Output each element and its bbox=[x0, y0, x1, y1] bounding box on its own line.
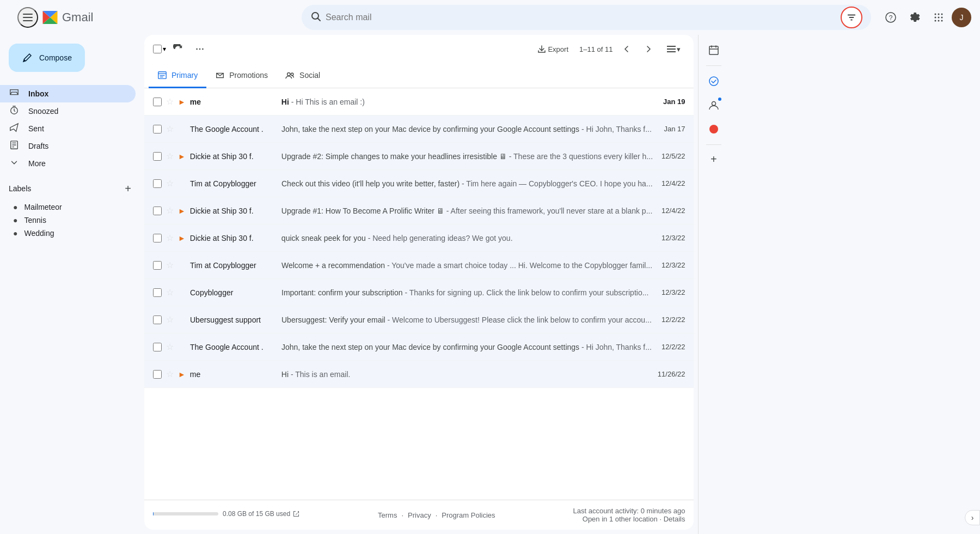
sidebar-item-inbox[interactable]: Inbox bbox=[0, 85, 136, 102]
details-link[interactable]: Details bbox=[664, 515, 685, 523]
social-tab-icon bbox=[285, 70, 295, 80]
email-checkbox[interactable] bbox=[153, 152, 162, 161]
email-row[interactable]: ☆ ► Dickie at Ship 30 f. Upgrade #2: Sim… bbox=[144, 143, 694, 170]
more-options-button[interactable] bbox=[190, 39, 210, 59]
star-button[interactable]: ☆ bbox=[166, 178, 174, 189]
email-checkbox[interactable] bbox=[153, 288, 162, 297]
compose-button[interactable]: Compose bbox=[9, 44, 85, 72]
contacts-panel-button[interactable] bbox=[703, 94, 725, 116]
view-chevron: ▾ bbox=[677, 45, 681, 53]
export-button[interactable]: Export bbox=[531, 42, 575, 57]
email-row[interactable]: ☆ ► Dickie at Ship 30 f. Upgrade #1: How… bbox=[144, 197, 694, 224]
storage-bar-fill bbox=[153, 512, 154, 515]
apps-button[interactable] bbox=[928, 7, 950, 28]
label-dot-tennis: ● bbox=[13, 216, 17, 224]
email-checkbox[interactable] bbox=[153, 370, 162, 379]
star-button[interactable]: ☆ bbox=[166, 369, 174, 379]
email-checkbox[interactable] bbox=[153, 315, 162, 324]
svg-rect-7 bbox=[849, 17, 854, 18]
labels-header: Labels + bbox=[9, 177, 136, 201]
select-all-wrapper: ▾ bbox=[153, 45, 166, 53]
email-row[interactable]: ☆ Tim at Copyblogger Check out this vide… bbox=[144, 170, 694, 197]
privacy-link[interactable]: Privacy bbox=[408, 511, 431, 519]
top-bar-left: Gmail bbox=[9, 0, 153, 35]
primary-tab-icon bbox=[157, 70, 167, 80]
tab-primary[interactable]: Primary bbox=[149, 64, 206, 88]
email-checkbox[interactable] bbox=[153, 125, 162, 134]
star-button[interactable]: ☆ bbox=[166, 342, 174, 352]
email-checkbox[interactable] bbox=[153, 179, 162, 188]
sidebar-item-snoozed[interactable]: Snoozed bbox=[0, 102, 136, 120]
email-row[interactable]: ☆ ► Dickie at Ship 30 f. quick sneak pee… bbox=[144, 224, 694, 252]
search-icon-button[interactable] bbox=[310, 11, 321, 25]
star-button[interactable]: ☆ bbox=[166, 151, 174, 161]
filter-button[interactable] bbox=[841, 7, 862, 28]
tab-social[interactable]: Social bbox=[277, 64, 329, 88]
email-checkbox[interactable] bbox=[153, 98, 162, 106]
star-button[interactable]: ☆ bbox=[166, 233, 174, 243]
refresh-button[interactable] bbox=[168, 39, 188, 59]
sidebar-item-sent[interactable]: Sent bbox=[0, 120, 136, 137]
add-label-button[interactable]: + bbox=[120, 181, 136, 196]
email-row[interactable]: ☆ ► me Hi - This is an email. 11/26/22 bbox=[144, 361, 694, 388]
settings-button[interactable] bbox=[904, 7, 926, 28]
sidebar-item-more[interactable]: More bbox=[0, 155, 136, 172]
svg-point-31 bbox=[287, 73, 290, 76]
sidebar-item-drafts[interactable]: Drafts bbox=[0, 137, 136, 155]
email-row[interactable]: ☆ The Google Account . John, take the ne… bbox=[144, 116, 694, 143]
email-subject: Upgrade #1: How To Become A Prolific Wri… bbox=[281, 207, 653, 215]
tab-promotions[interactable]: Promotions bbox=[206, 64, 277, 88]
right-panel-divider-2 bbox=[706, 144, 721, 145]
email-row[interactable]: ☆ Tim at Copyblogger Welcome + a recomme… bbox=[144, 252, 694, 279]
svg-point-18 bbox=[938, 20, 940, 22]
tab-social-label: Social bbox=[299, 71, 320, 80]
avatar[interactable]: J bbox=[952, 8, 971, 27]
label-tennis[interactable]: ● Tennis bbox=[9, 214, 136, 227]
red-app-panel-button[interactable] bbox=[703, 118, 725, 140]
svg-point-32 bbox=[291, 73, 293, 76]
email-row[interactable]: ☆ Ubersuggest support Ubersuggest: Verif… bbox=[144, 306, 694, 333]
email-sender: Ubersuggest support bbox=[190, 315, 277, 324]
expand-panel-button[interactable]: › bbox=[965, 510, 980, 525]
label-mailmeteor[interactable]: ● Mailmeteor bbox=[9, 201, 136, 214]
email-sender: Dickie at Ship 30 f. bbox=[190, 234, 277, 242]
label-dot-wedding: ● bbox=[13, 229, 17, 238]
program-policies-link[interactable]: Program Policies bbox=[442, 511, 495, 519]
email-checkbox[interactable] bbox=[153, 261, 162, 270]
star-button[interactable]: ☆ bbox=[166, 260, 174, 270]
email-row[interactable]: ☆ The Google Account . John, take the ne… bbox=[144, 333, 694, 361]
hamburger-menu[interactable] bbox=[17, 7, 38, 28]
help-button[interactable]: ? bbox=[880, 7, 902, 28]
sent-icon bbox=[9, 123, 20, 135]
terms-link[interactable]: Terms bbox=[378, 511, 397, 519]
search-input[interactable] bbox=[326, 13, 836, 22]
label-mailmeteor-text: Mailmeteor bbox=[24, 203, 62, 211]
tasks-panel-button[interactable] bbox=[703, 70, 725, 92]
prev-page-button[interactable] bbox=[617, 39, 636, 59]
email-date: 12/4/22 bbox=[661, 207, 685, 215]
sidebar: Compose Inbox bbox=[0, 0, 144, 534]
svg-point-11 bbox=[935, 14, 936, 15]
view-options-button[interactable]: ▾ bbox=[663, 43, 685, 56]
star-button[interactable]: ☆ bbox=[166, 205, 174, 216]
select-all-checkbox[interactable] bbox=[153, 45, 162, 53]
email-checkbox[interactable] bbox=[153, 343, 162, 351]
calendar-panel-button[interactable] bbox=[703, 39, 725, 61]
label-wedding[interactable]: ● Wedding bbox=[9, 227, 136, 240]
email-subject: Ubersuggest: Verify your email - Welcome… bbox=[281, 315, 653, 324]
add-panel-button[interactable]: + bbox=[704, 149, 724, 169]
star-button[interactable]: ☆ bbox=[166, 124, 174, 134]
email-checkbox[interactable] bbox=[153, 234, 162, 242]
email-subject: Important: confirm your subscription - T… bbox=[281, 288, 653, 297]
star-button[interactable]: ☆ bbox=[166, 314, 174, 325]
next-page-button[interactable] bbox=[639, 39, 658, 59]
select-all-chevron[interactable]: ▾ bbox=[163, 45, 166, 53]
star-button[interactable]: ☆ bbox=[166, 96, 174, 107]
email-checkbox[interactable] bbox=[153, 207, 162, 215]
email-row[interactable]: ☆ ► me Hi - Hi This is an email :) Jan 1… bbox=[144, 88, 694, 116]
email-row[interactable]: ☆ Copyblogger Important: confirm your su… bbox=[144, 279, 694, 306]
star-button[interactable]: ☆ bbox=[166, 287, 174, 298]
open-storage-icon[interactable] bbox=[292, 510, 300, 518]
export-label: Export bbox=[548, 45, 568, 53]
svg-point-34 bbox=[709, 77, 718, 86]
